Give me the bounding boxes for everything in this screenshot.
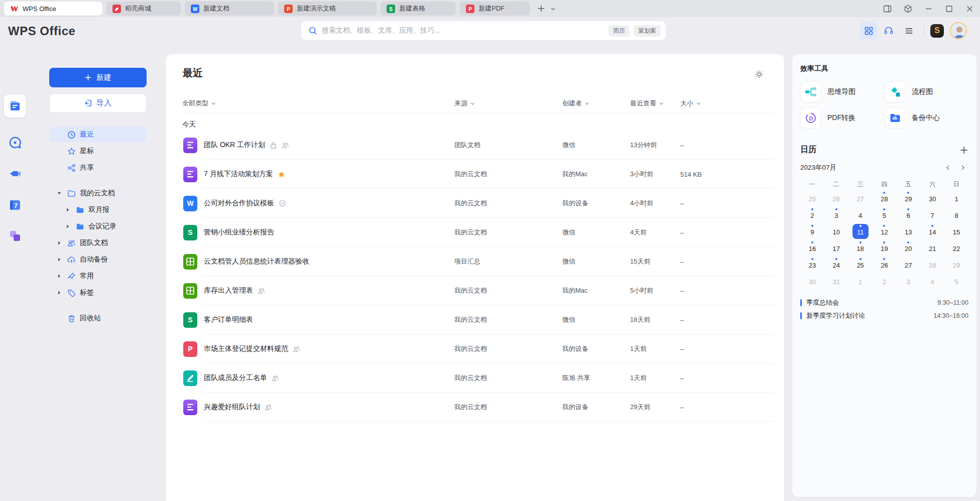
calendar-day[interactable]: 2	[873, 274, 897, 290]
calendar-day[interactable]: 4	[920, 274, 944, 290]
tool-0[interactable]: 思维导图	[800, 80, 885, 103]
caret-right-icon[interactable]	[64, 207, 72, 212]
filter-4[interactable]: 大小	[680, 99, 774, 108]
search-tag-0[interactable]: 简历	[608, 25, 630, 37]
calendar-day[interactable]: 30	[800, 274, 824, 290]
calendar-day[interactable]: 21	[920, 240, 944, 257]
rail-docs[interactable]	[4, 94, 26, 117]
maximize-icon[interactable]	[945, 5, 953, 13]
import-button[interactable]: 导入	[49, 93, 147, 113]
calendar-day[interactable]: 28	[873, 191, 897, 207]
caret-right-icon[interactable]	[55, 274, 63, 279]
apps-grid-icon[interactable]	[860, 22, 878, 40]
calendar-day[interactable]: 18	[848, 240, 873, 257]
calendar-day[interactable]: 22	[944, 240, 968, 257]
file-row[interactable]: 团队 OKR 工作计划团队文档微信13分钟前–	[182, 131, 774, 160]
avatar[interactable]	[950, 22, 967, 39]
file-row[interactable]: 库存出入管理表我的云文档我的Mac5小时前–	[182, 276, 774, 305]
file-row[interactable]: P市场主体登记提交材料规范我的云文档我的设备1天前–	[182, 334, 774, 363]
calendar-day[interactable]: 25	[848, 257, 873, 274]
rail-chat[interactable]	[5, 133, 25, 153]
sidebar-item-7[interactable]: 自动备份	[49, 252, 147, 267]
calendar-day[interactable]: 3	[896, 274, 920, 290]
calendar-day[interactable]: 5	[873, 207, 897, 224]
calendar-day[interactable]: 3	[824, 207, 848, 224]
tool-1[interactable]: 流程图	[885, 80, 968, 103]
calendar-day[interactable]: 29	[944, 257, 968, 274]
calendar-day[interactable]: 17	[824, 240, 848, 257]
caret-right-icon[interactable]	[55, 257, 63, 262]
sidebar-item-6[interactable]: 团队文档	[49, 235, 147, 250]
calendar-add-icon[interactable]	[959, 146, 968, 155]
search-input[interactable]: 搜索文档、模板、文库、应用、技巧...	[322, 26, 604, 35]
calendar-day[interactable]: 31	[824, 274, 848, 290]
list-settings-gear-icon[interactable]	[754, 69, 764, 79]
filter-2[interactable]: 创建者	[562, 99, 630, 108]
sidebar-item-8[interactable]: 常用	[49, 269, 147, 284]
sidebar-item-0[interactable]: 最近	[49, 127, 147, 142]
tab-document-4[interactable]: S新建表格	[381, 2, 456, 16]
sidebar-item-9[interactable]: 标签	[49, 285, 147, 300]
sidebar-item-10[interactable]: 回收站	[49, 311, 147, 326]
calendar-day[interactable]: 4	[848, 207, 873, 224]
widgets-icon[interactable]	[904, 5, 912, 13]
calendar-day-selected[interactable]: 11	[848, 224, 873, 240]
calendar-day[interactable]: 20	[896, 240, 920, 257]
caret-down-icon[interactable]	[55, 191, 63, 196]
calendar-day[interactable]: 1	[944, 191, 968, 207]
calendar-day[interactable]: 29	[896, 191, 920, 207]
calendar-day[interactable]: 27	[896, 257, 920, 274]
sidebar-item-2[interactable]: 共享	[49, 160, 147, 175]
tool-2[interactable]: DPDF转换	[800, 106, 885, 130]
calendar-day[interactable]: 26	[824, 191, 848, 207]
calendar-day[interactable]: 19	[873, 240, 897, 257]
tab-document-5[interactable]: P新建PDF	[460, 2, 530, 16]
tab-document-3[interactable]: P新建演示文稿	[278, 2, 377, 16]
menu-icon[interactable]	[900, 22, 918, 40]
calendar-day[interactable]: 12	[873, 224, 897, 240]
tool-3[interactable]: 备份中心	[885, 106, 968, 130]
sidebar-item-3[interactable]: 我的云文档	[49, 186, 147, 201]
calendar-day[interactable]: 5	[944, 274, 968, 290]
filter-1[interactable]: 来源	[454, 99, 562, 108]
tab-list-dropdown-icon[interactable]	[550, 6, 556, 12]
calendar-day[interactable]: 14	[920, 224, 944, 240]
sidebar-item-5[interactable]: 会议记录	[49, 219, 147, 234]
file-row[interactable]: W公司对外合作协议模板我的云文档我的设备4小时前–	[182, 189, 774, 218]
sidepanel-icon[interactable]	[883, 5, 892, 13]
calendar-next-icon[interactable]	[957, 162, 968, 173]
calendar-day[interactable]: 2	[800, 207, 824, 224]
calendar-day[interactable]: 27	[848, 191, 873, 207]
new-document-button[interactable]: 新建	[49, 68, 147, 87]
calendar-day[interactable]: 10	[824, 224, 848, 240]
filter-3[interactable]: 最近查看	[630, 99, 680, 108]
close-icon[interactable]	[965, 5, 974, 13]
calendar-day[interactable]: 23	[800, 257, 824, 274]
tab-home[interactable]: WPS Office	[4, 2, 102, 16]
calendar-day[interactable]: 6	[896, 207, 920, 224]
calendar-day[interactable]: 30	[920, 191, 944, 207]
member-badge[interactable]: S	[930, 24, 944, 38]
calendar-day[interactable]: 26	[873, 257, 897, 274]
calendar-event[interactable]: 季度总结会9:30–11:00	[800, 296, 968, 309]
sidebar-item-1[interactable]: 星标	[49, 144, 147, 159]
calendar-day[interactable]: 9	[800, 224, 824, 240]
sidebar-item-4[interactable]: 双月报	[49, 202, 147, 217]
rail-calendar[interactable]: 7	[5, 195, 25, 215]
file-row[interactable]: S营销小组业绩分析报告我的云文档微信4天前–	[182, 218, 774, 247]
file-row[interactable]: 7 月线下活动策划方案我的云文档我的Mac3小时前514 KB	[182, 160, 774, 189]
calendar-day[interactable]: 25	[800, 191, 824, 207]
calendar-day[interactable]: 24	[824, 257, 848, 274]
calendar-day[interactable]: 16	[800, 240, 824, 257]
tab-document-2[interactable]: W新建文档	[185, 2, 274, 16]
support-headset-icon[interactable]	[880, 22, 898, 40]
rail-apps[interactable]	[5, 226, 25, 246]
caret-right-icon[interactable]	[55, 240, 63, 245]
minimize-icon[interactable]	[924, 5, 933, 13]
file-row[interactable]: S客户订单明细表我的云文档微信18天前–	[182, 305, 774, 334]
calendar-day[interactable]: 7	[920, 207, 944, 224]
file-row[interactable]: 兴趣爱好组队计划我的云文档我的设备29天前–	[182, 393, 774, 422]
calendar-day[interactable]: 8	[944, 207, 968, 224]
new-tab-button[interactable]	[537, 5, 545, 13]
calendar-event[interactable]: 新季度学习计划讨论14:30–16:00	[800, 309, 968, 322]
